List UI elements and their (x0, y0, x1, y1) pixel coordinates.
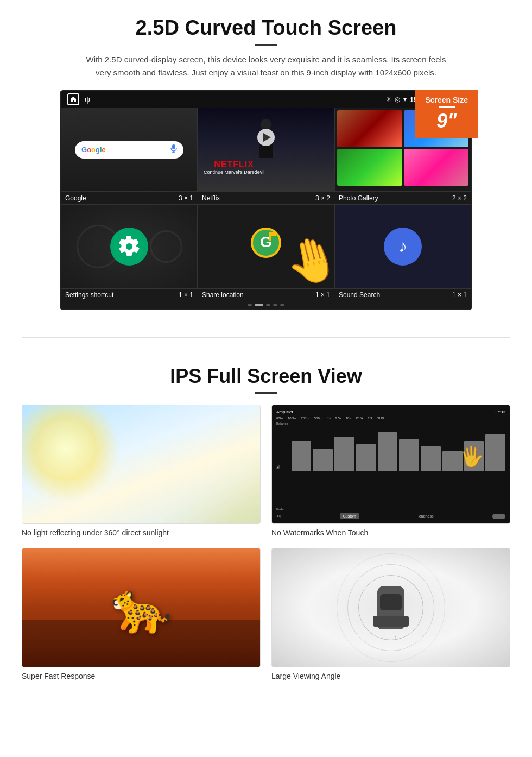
google-search-bar[interactable]: Google (75, 141, 183, 159)
amp-back-btn[interactable]: << (276, 514, 281, 518)
netflix-bg (198, 108, 334, 191)
amp-topbar: Amplifier 17:33 (276, 409, 505, 414)
bluetooth-icon: ✳ (386, 96, 391, 103)
device-mockup: Screen Size 9" ψ ✳ ◎ ▾ (60, 90, 472, 310)
sunlight-caption: No light reflecting under 360° direct su… (22, 528, 261, 537)
amp-eq-area: Balance 🔊 Fader (276, 422, 505, 511)
section-ips: IPS Full Screen View No light reflecting… (0, 354, 532, 697)
eq-bar-5 (378, 432, 398, 471)
gallery-item-4 (404, 149, 469, 186)
maps-label: Share location (202, 291, 244, 299)
gallery-item-1 (337, 110, 402, 147)
play-button[interactable] (257, 129, 275, 146)
eq-bar-1 (292, 441, 312, 471)
car-caption: Large Viewing Angle (271, 672, 510, 680)
car-visual: ← → ↑ ↓ (272, 548, 510, 667)
sound-label: Sound Search (339, 291, 380, 299)
cheetah-emoji: 🐆 (111, 579, 172, 636)
amp-custom-btn[interactable]: Custom (340, 513, 359, 519)
play-triangle (263, 133, 271, 142)
amplifier-visual: Amplifier 17:33 60hz 100hz 200hz 500hz 1… (272, 405, 510, 523)
dot-4 (273, 304, 277, 306)
pagination-dots (61, 301, 471, 309)
usb-icon: ψ (85, 95, 90, 104)
amp-label-15k: 15k (368, 417, 373, 420)
sunlight-image (22, 405, 261, 524)
dot-2-active (255, 304, 263, 306)
netflix-app-cell[interactable]: NETFLIX Continue Marvel's Daredevil Netf… (198, 108, 334, 204)
amp-volume-icon: 🔊 (276, 465, 288, 469)
app-grid: Google (61, 108, 471, 301)
amp-label-sub: SUB (377, 417, 384, 420)
screen-size-badge: Screen Size 9" (415, 90, 478, 138)
settings-app-cell[interactable]: Settings shortcut 1 × 1 (61, 204, 198, 301)
eq-bar-10 (485, 434, 505, 471)
eq-bar-2 (313, 449, 333, 471)
amp-hand-icon: 🖐 (459, 444, 485, 469)
cheetah-caption: Super Fast Response (22, 672, 261, 680)
car-arrows: ← → ↑ ↓ (381, 634, 401, 640)
cheetah-image: 🐆 (22, 548, 261, 667)
google-mic-icon[interactable] (170, 144, 177, 155)
image-item-sunlight: No light reflecting under 360° direct su… (22, 405, 261, 537)
google-label: Google (65, 194, 86, 202)
amp-label-10k: 10k (346, 417, 351, 420)
badge-size: 9" (425, 110, 468, 133)
amp-label-1k: 1k (327, 417, 331, 420)
eq-bar-7 (421, 446, 441, 471)
netflix-label: Netflix (202, 194, 220, 202)
status-left: ψ (67, 93, 90, 105)
svg-rect-8 (269, 232, 276, 236)
sound-app-cell[interactable]: ♪ Sound Search 1 × 1 (334, 204, 471, 301)
maps-app-cell[interactable]: G 🤚 Share location 1 × 1 (198, 204, 334, 301)
sound-size: 1 × 1 (452, 291, 467, 299)
android-screen: ψ ✳ ◎ ▾ 15:06 ⬡ ◁) ⊠ ▭ (60, 90, 472, 310)
sun-rays (22, 405, 120, 503)
sound-cell-content: ♪ (334, 204, 471, 288)
settings-label: Settings shortcut (65, 291, 113, 299)
gallery-label: Photo Gallery (339, 194, 378, 202)
car-body (377, 586, 404, 629)
netflix-person-bg (198, 108, 334, 191)
netflix-cell-content: NETFLIX Continue Marvel's Daredevil (198, 108, 334, 192)
amp-title: Amplifier (276, 409, 293, 414)
image-grid: No light reflecting under 360° direct su… (22, 405, 510, 680)
google-size: 3 × 1 (179, 194, 193, 202)
car-windshield (380, 594, 402, 610)
maps-icon-wrapper: G (250, 226, 282, 267)
amp-balance-label: Balance (276, 422, 288, 425)
image-item-amplifier: Amplifier 17:33 60hz 100hz 200hz 500hz 1… (271, 405, 510, 537)
gallery-size: 2 × 2 (452, 194, 467, 202)
amp-label-25k: 2.5k (335, 417, 341, 420)
amp-label-500: 500hz (314, 417, 323, 420)
settings-cell-content (61, 204, 198, 288)
amp-time: 17:33 (495, 409, 505, 414)
amp-loudness-label: loudness (418, 514, 433, 518)
maps-size: 1 × 1 (315, 291, 330, 299)
amp-toggle[interactable] (492, 514, 505, 519)
dot-3 (266, 304, 270, 306)
netflix-subtitle: Continue Marvel's Daredevil (204, 169, 264, 175)
netflix-size: 3 × 2 (315, 194, 330, 202)
amp-freq-labels: 60hz 100hz 200hz 500hz 1k 2.5k 10k 12.5k… (276, 417, 505, 420)
section2-divider (255, 392, 277, 394)
badge-title: Screen Size (425, 96, 468, 104)
amp-label-balance: 60hz (276, 417, 283, 420)
car-rear (373, 616, 409, 627)
home-icon[interactable] (67, 93, 79, 105)
car-image: ← → ↑ ↓ (271, 548, 510, 667)
section1-description: With 2.5D curved-display screen, this de… (81, 53, 451, 79)
section1-title: 2.5D Curved Touch Screen (33, 16, 499, 40)
google-cell-content: Google (61, 108, 198, 192)
section2-title: IPS Full Screen View (22, 365, 510, 388)
image-item-cheetah: 🐆 Super Fast Response (22, 548, 261, 680)
wifi-icon: ▾ (403, 96, 407, 103)
amp-side-labels: Balance 🔊 Fader (276, 422, 289, 511)
car-shape: ← → ↑ ↓ (377, 586, 404, 629)
google-app-cell[interactable]: Google (61, 108, 198, 204)
google-label-bar: Google 3 × 1 (61, 192, 198, 204)
gallery-item-3 (337, 149, 402, 186)
amp-label-125k: 12.5k (355, 417, 363, 420)
netflix-logo-overlay: NETFLIX Continue Marvel's Daredevil (204, 160, 264, 175)
title-divider (255, 44, 277, 46)
